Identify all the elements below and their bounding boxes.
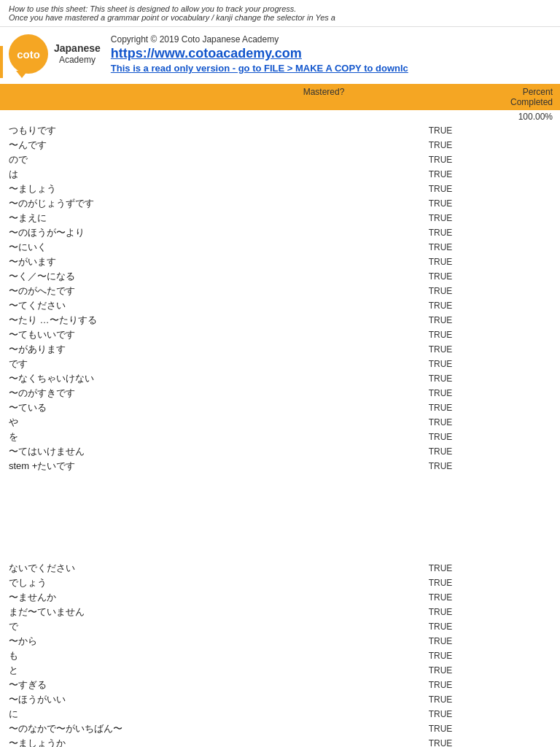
grammar-term: 〜のがじょうずです — [0, 197, 219, 210]
grammar-status: TRUE — [321, 125, 560, 136]
grammar-status: TRUE — [321, 169, 560, 179]
table-row: ないでください TRUE — [0, 561, 560, 576]
grammar-term: 〜のがへたです — [0, 285, 219, 298]
table-row: まだ〜ていません TRUE — [0, 605, 560, 619]
grammar-term: も — [0, 649, 219, 662]
grammar-term: 〜すぎる — [0, 678, 219, 692]
grammar-status: TRUE — [321, 155, 560, 165]
table-row: 〜まえに TRUE — [0, 211, 560, 225]
table-row: つもりです TRUE — [0, 123, 560, 138]
grammar-term: ないでください — [0, 562, 219, 575]
grammar-status: TRUE — [321, 213, 560, 223]
grammar-term: ので — [0, 153, 219, 166]
grammar-term: 〜なくちゃいけない — [0, 372, 219, 385]
table-row: 〜のがへたです TRUE — [0, 284, 560, 298]
table-row: 〜てください TRUE — [0, 298, 560, 313]
grammar-term: 〜ましょう — [0, 182, 219, 196]
grammar-list-section1: つもりです TRUE 〜んです TRUE ので TRUE は TRUE 〜ましょ… — [0, 123, 560, 473]
copyright: Copyright © 2019 Coto Japanese Academy — [111, 34, 551, 44]
grammar-status: TRUE — [321, 271, 560, 282]
table-row: 〜ましょうか TRUE — [0, 736, 560, 747]
grammar-status: TRUE — [321, 417, 560, 427]
grammar-term: です — [0, 357, 219, 371]
table-row: と TRUE — [0, 663, 560, 678]
banner-line1: How to use this sheet: This sheet is des… — [9, 4, 551, 13]
table-row: は TRUE — [0, 167, 560, 182]
grammar-status: TRUE — [321, 184, 560, 194]
logo-circle: coto — [9, 34, 48, 74]
top-banner: How to use this sheet: This sheet is des… — [0, 0, 560, 27]
table-row: や TRUE — [0, 415, 560, 430]
banner-line2: Once you have mastered a grammar point o… — [9, 13, 551, 22]
table-row: 〜があります TRUE — [0, 342, 560, 357]
header: coto Japanese Academy Copyright © 2019 C… — [0, 27, 560, 78]
grammar-term: 〜ている — [0, 401, 219, 414]
grammar-term: 〜ましょうか — [0, 737, 219, 747]
grammar-term: 〜まえに — [0, 212, 219, 225]
grammar-status: TRUE — [321, 228, 560, 238]
logo-academy: Academy — [54, 55, 101, 65]
col-mastered-header: Mastered? — [160, 87, 487, 107]
grammar-status: TRUE — [321, 374, 560, 384]
table-row: で TRUE — [0, 619, 560, 634]
table-row: 〜のがじょうずです TRUE — [0, 196, 560, 211]
grammar-status: TRUE — [321, 607, 560, 617]
table-row: 〜ほうがいい TRUE — [0, 692, 560, 707]
table-row: を TRUE — [0, 430, 560, 444]
table-row: 〜なくちゃいけない TRUE — [0, 371, 560, 386]
grammar-term: 〜がいます — [0, 255, 219, 268]
table-row: 〜ませんか TRUE — [0, 590, 560, 605]
section-gap — [0, 473, 560, 561]
website-link[interactable]: https://www.cotoacademy.com — [111, 46, 551, 61]
table-row: 〜から TRUE — [0, 634, 560, 649]
grammar-status: TRUE — [321, 461, 560, 471]
grammar-status: TRUE — [321, 738, 560, 747]
grammar-status: TRUE — [321, 592, 560, 603]
table-row: 〜ている TRUE — [0, 400, 560, 415]
grammar-term: と — [0, 664, 219, 677]
readonly-notice: This is a read only version - go to FILE… — [111, 63, 551, 74]
grammar-term: でしょう — [0, 576, 219, 589]
grammar-term: 〜てもいいです — [0, 328, 219, 341]
col-percent-header: Percent Completed — [487, 87, 560, 107]
grammar-status: TRUE — [321, 286, 560, 296]
table-row: 〜てはいけません TRUE — [0, 444, 560, 459]
grammar-status: TRUE — [321, 301, 560, 311]
grammar-term: 〜てはいけません — [0, 445, 219, 458]
left-indicator — [0, 46, 3, 78]
logo-japanese: Japanese — [54, 42, 101, 55]
table-row: ので TRUE — [0, 152, 560, 167]
grammar-term: 〜てください — [0, 299, 219, 312]
grammar-term: 〜ませんか — [0, 591, 219, 604]
grammar-status: TRUE — [321, 446, 560, 457]
grammar-status: TRUE — [321, 315, 560, 325]
grammar-status: TRUE — [321, 242, 560, 252]
table-row: 〜のほうが〜より TRUE — [0, 225, 560, 240]
grammar-term: 〜く／〜になる — [0, 270, 219, 283]
table-row: 〜てもいいです TRUE — [0, 328, 560, 342]
grammar-status: TRUE — [321, 665, 560, 676]
table-row: です TRUE — [0, 357, 560, 371]
grammar-term: で — [0, 620, 219, 633]
grammar-term: に — [0, 708, 219, 721]
grammar-term: 〜んです — [0, 139, 219, 152]
percent-value: 100.00% — [480, 112, 553, 122]
grammar-status: TRUE — [321, 680, 560, 690]
grammar-term: 〜があります — [0, 343, 219, 356]
table-row: でしょう TRUE — [0, 576, 560, 590]
grammar-term: や — [0, 416, 219, 429]
grammar-status: TRUE — [321, 388, 560, 398]
table-row: に TRUE — [0, 707, 560, 721]
table-row: 〜がいます TRUE — [0, 255, 560, 269]
grammar-status: TRUE — [321, 636, 560, 646]
grammar-term: 〜のがすきです — [0, 387, 219, 400]
grammar-term: 〜のほうが〜より — [0, 226, 219, 239]
grammar-status: TRUE — [321, 724, 560, 734]
table-row: 〜んです TRUE — [0, 138, 560, 152]
grammar-status: TRUE — [321, 709, 560, 719]
grammar-term: 〜のなかで〜がいちばん〜 — [0, 722, 219, 735]
grammar-term: 〜にいく — [0, 241, 219, 254]
grammar-term: を — [0, 430, 219, 444]
grammar-list-section2: ないでください TRUE でしょう TRUE 〜ませんか TRUE まだ〜ていま… — [0, 561, 560, 747]
grammar-status: TRUE — [321, 578, 560, 588]
